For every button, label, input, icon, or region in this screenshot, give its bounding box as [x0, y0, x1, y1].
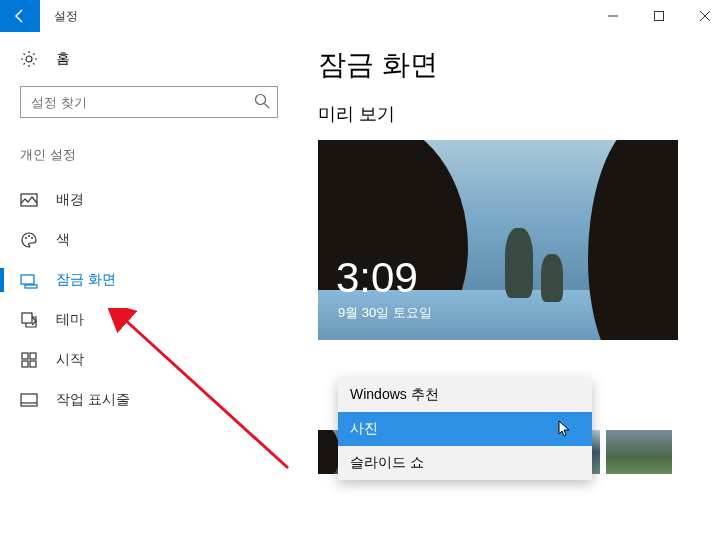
window-title: 설정 [54, 8, 78, 25]
dropdown-item-label: 사진 [350, 420, 378, 438]
svg-point-5 [256, 95, 266, 105]
close-button[interactable] [682, 0, 728, 32]
dropdown-item-label: Windows 추천 [350, 386, 439, 404]
page-title: 잠금 화면 [318, 46, 710, 84]
svg-rect-14 [22, 353, 28, 359]
window-controls [590, 0, 728, 32]
dropdown-item-slideshow[interactable]: 슬라이드 쇼 [338, 446, 592, 480]
sidebar-item-label: 배경 [56, 191, 84, 209]
svg-point-4 [26, 56, 32, 62]
dropdown-item-spotlight[interactable]: Windows 추천 [338, 378, 592, 412]
sidebar-item-colors[interactable]: 색 [20, 220, 278, 260]
home-label: 홈 [56, 50, 70, 68]
preview-rock [505, 228, 533, 298]
preview-rock [541, 254, 563, 302]
svg-rect-16 [22, 361, 28, 367]
sidebar-item-label: 작업 표시줄 [56, 391, 130, 409]
sidebar-item-label: 테마 [56, 311, 84, 329]
sidebar-item-lockscreen[interactable]: 잠금 화면 [20, 260, 278, 300]
lockscreen-icon [20, 271, 38, 289]
home-link[interactable]: 홈 [20, 50, 278, 68]
svg-rect-18 [21, 394, 37, 406]
svg-rect-17 [30, 361, 36, 367]
lockscreen-preview: 3:09 9월 30일 토요일 [318, 140, 678, 340]
search-box [20, 86, 278, 118]
gear-icon [20, 50, 38, 68]
close-icon [700, 11, 710, 21]
background-dropdown[interactable]: Windows 추천 사진 슬라이드 쇼 [338, 378, 592, 480]
sidebar-item-taskbar[interactable]: 작업 표시줄 [20, 380, 278, 420]
section-title: 개인 설정 [20, 146, 278, 164]
minimize-icon [608, 11, 618, 21]
taskbar-icon [20, 391, 38, 409]
maximize-button[interactable] [636, 0, 682, 32]
sidebar: 홈 개인 설정 배경 색 잠금 화면 테마 시작 [0, 32, 298, 546]
svg-rect-12 [25, 285, 37, 288]
sidebar-item-label: 색 [56, 231, 70, 249]
search-icon [254, 93, 270, 113]
preview-time: 3:09 [336, 254, 418, 302]
themes-icon [20, 311, 38, 329]
back-button[interactable] [0, 0, 40, 32]
svg-rect-1 [655, 12, 664, 21]
sidebar-item-start[interactable]: 시작 [20, 340, 278, 380]
sidebar-item-background[interactable]: 배경 [20, 180, 278, 220]
cursor-icon [558, 420, 572, 441]
palette-icon [20, 231, 38, 249]
sidebar-item-label: 잠금 화면 [56, 271, 116, 289]
titlebar: 설정 [0, 0, 728, 32]
svg-point-9 [28, 235, 30, 237]
svg-rect-11 [21, 275, 34, 284]
start-icon [20, 351, 38, 369]
preview-label: 미리 보기 [318, 102, 710, 126]
arrow-left-icon [12, 8, 28, 24]
dropdown-item-picture[interactable]: 사진 [338, 412, 592, 446]
maximize-icon [654, 11, 664, 21]
picture-icon [20, 191, 38, 209]
svg-point-8 [25, 237, 27, 239]
svg-line-6 [265, 104, 270, 109]
sidebar-item-label: 시작 [56, 351, 84, 369]
preview-date: 9월 30일 토요일 [338, 304, 432, 322]
sidebar-item-themes[interactable]: 테마 [20, 300, 278, 340]
dropdown-item-label: 슬라이드 쇼 [350, 454, 424, 472]
svg-rect-15 [30, 353, 36, 359]
svg-point-10 [31, 237, 33, 239]
thumbnail[interactable] [606, 430, 672, 474]
search-input[interactable] [20, 86, 278, 118]
minimize-button[interactable] [590, 0, 636, 32]
svg-rect-13 [22, 313, 32, 323]
